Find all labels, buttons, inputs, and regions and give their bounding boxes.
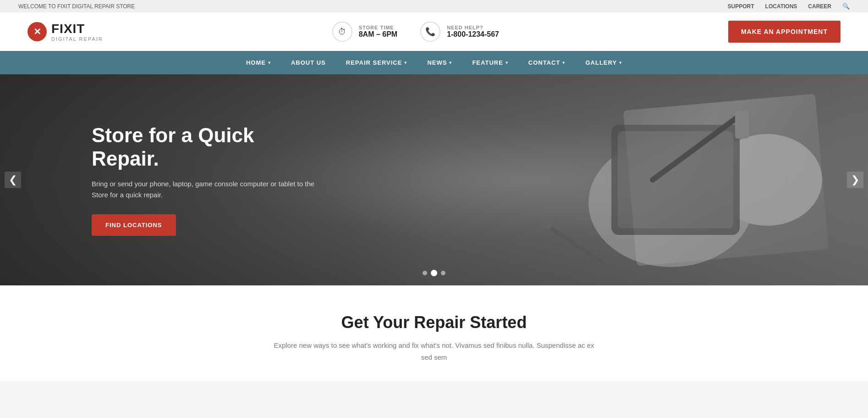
locations-link[interactable]: LOCATIONS [765, 3, 797, 10]
logo-name: FIXIT [51, 22, 103, 36]
header-info-area: ⏱ STORE TIME 8AM – 6PM 📞 NEED HELP? 1-80… [332, 22, 499, 42]
chevron-down-icon: ▾ [562, 60, 565, 65]
chevron-down-icon: ▾ [404, 60, 407, 65]
repair-section-title: Get Your Repair Started [18, 313, 850, 332]
top-bar-links: SUPPORT LOCATIONS CAREER 🔍 [728, 3, 850, 10]
nav-about[interactable]: ABOUT US [281, 51, 336, 74]
help-text: NEED HELP? 1-800-1234-567 [447, 25, 499, 39]
career-link[interactable]: CAREER [808, 3, 831, 10]
nav-feature[interactable]: FEATURE ▾ [462, 51, 518, 74]
nav-repair[interactable]: REPAIR SERVICE ▾ [336, 51, 418, 74]
support-link[interactable]: SUPPORT [728, 3, 754, 10]
hero-repair-illustration [511, 88, 831, 281]
logo-icon: ✕ [27, 22, 47, 41]
logo: ✕ FIXIT DIGITAL REPAIR [27, 22, 103, 42]
repair-section-description: Explore new ways to see what's working a… [274, 340, 594, 363]
nav-home[interactable]: HOME ▾ [236, 51, 281, 74]
phone-icon: 📞 [420, 22, 440, 42]
slider-prev-button[interactable]: ❮ [5, 172, 21, 188]
store-time-label: STORE TIME [359, 25, 397, 30]
repair-section: Get Your Repair Started Explore new ways… [0, 285, 868, 381]
slider-dots [423, 270, 445, 276]
store-time-info: ⏱ STORE TIME 8AM – 6PM [332, 22, 397, 42]
store-time-value: 8AM – 6PM [359, 30, 397, 39]
nav-news[interactable]: NEWS ▾ [417, 51, 462, 74]
logo-text: FIXIT DIGITAL REPAIR [51, 22, 103, 42]
help-value: 1-800-1234-567 [447, 30, 499, 39]
svg-rect-5 [735, 111, 749, 139]
appointment-button[interactable]: MAKE AN APPOINTMENT [728, 21, 841, 43]
chevron-down-icon: ▾ [268, 60, 271, 65]
store-time-text: STORE TIME 8AM – 6PM [359, 25, 397, 39]
hero-description: Bring or send your phone, laptop, game c… [92, 178, 321, 201]
help-info: 📞 NEED HELP? 1-800-1234-567 [420, 22, 499, 42]
slider-next-button[interactable]: ❯ [847, 172, 863, 188]
find-locations-button[interactable]: FIND LOCATIONS [92, 214, 176, 236]
top-bar: WELCOME TO FIXIT DIGITAL REPAIR STORE SU… [0, 0, 868, 12]
nav-gallery[interactable]: GALLERY ▾ [575, 51, 632, 74]
svg-point-7 [542, 218, 553, 229]
hero-content: Store for a Quick Repair. Bring or send … [92, 124, 321, 236]
nav-contact[interactable]: CONTACT ▾ [518, 51, 576, 74]
chevron-down-icon: ▾ [505, 60, 508, 65]
svg-rect-3 [618, 131, 733, 229]
clock-icon: ⏱ [332, 22, 352, 42]
slider-dot-3[interactable] [441, 271, 445, 275]
logo-sub: DIGITAL REPAIR [51, 36, 103, 42]
slider-dot-1[interactable] [423, 271, 427, 275]
chevron-down-icon: ▾ [619, 60, 622, 65]
welcome-text: WELCOME TO FIXIT DIGITAL REPAIR STORE [18, 3, 135, 10]
chevron-down-icon: ▾ [449, 60, 452, 65]
hero-slider: Store for a Quick Repair. Bring or send … [0, 74, 868, 285]
slider-dot-2[interactable] [431, 270, 437, 276]
search-icon[interactable]: 🔍 [842, 3, 850, 10]
main-nav: HOME ▾ ABOUT US REPAIR SERVICE ▾ NEWS ▾ … [0, 51, 868, 74]
header: ✕ FIXIT DIGITAL REPAIR ⏱ STORE TIME 8AM … [0, 12, 868, 51]
help-label: NEED HELP? [447, 25, 499, 30]
hero-title: Store for a Quick Repair. [92, 124, 321, 170]
svg-line-6 [547, 226, 602, 262]
